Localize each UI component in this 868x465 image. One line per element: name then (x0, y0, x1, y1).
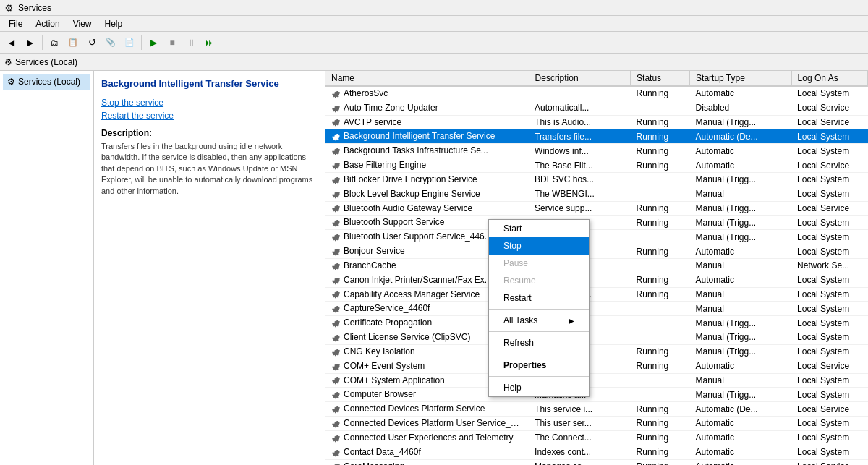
service-logon-cell: Local System (791, 230, 867, 244)
table-row[interactable]: Bluetooth User Support Service_446...The… (326, 230, 868, 244)
menu-action[interactable]: Action (30, 17, 65, 30)
service-status-cell: Running (631, 273, 690, 287)
table-row[interactable]: Bonjour ServiceEnables har...RunningAuto… (326, 244, 868, 259)
context-menu-item-all-tasks[interactable]: All Tasks▶ (489, 312, 589, 329)
service-startup-cell: Manual (Trigg... (690, 115, 792, 129)
context-menu-item-refresh[interactable]: Refresh (489, 334, 589, 351)
service-logon-cell: Local Service (791, 359, 867, 373)
toolbar-tree[interactable]: 📋 (64, 34, 82, 51)
service-startup-cell: Manual (690, 187, 792, 201)
table-row[interactable]: Bluetooth Support ServiceThe Bluetoo...R… (326, 216, 868, 230)
stop-service-link[interactable]: Stop the service (101, 98, 318, 108)
table-row[interactable]: Connected Devices Platform ServiceThis s… (326, 402, 868, 417)
context-menu-item-properties[interactable]: Properties (489, 357, 589, 374)
toolbar-up[interactable]: 🗂 (46, 34, 63, 51)
menu-view[interactable]: View (67, 17, 98, 30)
context-menu-item-start[interactable]: Start (489, 220, 589, 237)
table-row[interactable]: Computer BrowserMaintains a...Manual (Tr… (326, 388, 868, 402)
service-name-cell: CoreMessaging (326, 459, 529, 465)
table-row[interactable]: CoreMessagingManages co...RunningAutomat… (326, 459, 868, 465)
menu-file[interactable]: File (3, 17, 28, 30)
service-name-cell: BitLocker Drive Encryption Service (326, 172, 529, 187)
service-startup-cell: Automatic (690, 273, 792, 287)
description-label: Description: (101, 128, 318, 138)
table-row[interactable]: CaptureService_4460fOneCore Ca...ManualL… (326, 302, 868, 316)
table-row[interactable]: AVCTP serviceThis is Audio...RunningManu… (326, 115, 868, 129)
table-row[interactable]: Connected Devices Platform User Service_… (326, 417, 868, 431)
context-menu-item-pause: Pause (489, 255, 589, 272)
service-status-cell: Running (631, 445, 690, 459)
service-desc-cell: The Base Filt... (529, 158, 631, 173)
context-menu-item-resume: Resume (489, 272, 589, 289)
service-startup-cell: Automatic (690, 158, 792, 173)
table-row[interactable]: Auto Time Zone UpdaterAutomaticall...Dis… (326, 101, 868, 115)
table-row[interactable]: Connected User Experiences and Telemetry… (326, 430, 868, 445)
toolbar-help[interactable]: 📄 (121, 34, 138, 51)
service-logon-cell: Local Service (791, 158, 867, 173)
table-row[interactable]: Base Filtering EngineThe Base Filt...Run… (326, 158, 868, 173)
service-logon-cell: Local Service (791, 101, 867, 115)
toolbar-restart[interactable]: ⏭ (201, 34, 218, 51)
col-header-startup[interactable]: Startup Type (690, 71, 792, 86)
table-row[interactable]: BitLocker Drive Encryption ServiceBDESVC… (326, 172, 868, 187)
left-panel-services-local[interactable]: ⚙ Services (Local) (3, 74, 90, 90)
context-menu-separator (489, 309, 589, 310)
table-row[interactable]: COM+ System ApplicationManages th...Manu… (326, 373, 868, 388)
col-header-name[interactable]: Name (326, 71, 529, 86)
toolbar-back[interactable]: ◄ (3, 34, 20, 51)
table-row[interactable]: Background Intelligent Transfer ServiceT… (326, 129, 868, 144)
table-row[interactable]: COM+ Event SystemSupports Sy...RunningAu… (326, 359, 868, 373)
table-row[interactable]: Certificate PropagationCopies user ...Ma… (326, 316, 868, 330)
address-bar-text: Services (Local) (15, 57, 77, 67)
context-menu-item-label: Properties (503, 360, 546, 370)
service-desc-cell: Manages co... (529, 459, 631, 465)
context-menu-item-help[interactable]: Help (489, 379, 589, 396)
context-menu-item-label: Help (503, 383, 522, 393)
service-desc-cell: BDESVC hos... (529, 172, 631, 187)
service-startup-cell: Manual (690, 258, 792, 273)
table-row[interactable]: Canon Inkjet Printer/Scanner/Fax Ex...Co… (326, 273, 868, 287)
service-startup-cell: Automatic (690, 445, 792, 459)
service-status-cell: Running (631, 115, 690, 129)
toolbar-refresh[interactable]: ↺ (83, 34, 101, 51)
context-menu-item-restart[interactable]: Restart (489, 289, 589, 307)
col-header-status[interactable]: Status (631, 71, 690, 86)
toolbar-pause[interactable]: ⏸ (182, 34, 200, 51)
toolbar-forward[interactable]: ► (22, 34, 39, 51)
detail-panel: Background Intelligent Transfer Service … (94, 71, 326, 465)
toolbar-stop[interactable]: ■ (163, 34, 181, 51)
table-row[interactable]: CNG Key IsolationThe CNG ke...RunningMan… (326, 344, 868, 359)
table-row[interactable]: Block Level Backup Engine ServiceThe WBE… (326, 187, 868, 201)
table-row[interactable]: Client License Service (ClipSVC)Provides… (326, 330, 868, 345)
service-startup-cell: Automatic (De... (690, 129, 792, 144)
detail-title: Background Intelligent Transfer Service (101, 78, 318, 89)
service-desc-cell: This service i... (529, 402, 631, 417)
services-panel[interactable]: Name Description Status Startup Type Log… (326, 71, 868, 465)
service-name-cell: Background Tasks Infrastructure Se... (326, 144, 529, 158)
services-local-label: Services (Local) (18, 77, 80, 87)
service-startup-cell: Manual (690, 373, 792, 388)
title-bar: ⚙ Services (0, 0, 868, 16)
service-name-cell: Base Filtering Engine (326, 158, 529, 173)
restart-service-link[interactable]: Restart the service (101, 111, 318, 121)
col-header-logon[interactable]: Log On As (791, 71, 867, 86)
table-row[interactable]: Capability Access Manager ServiceProvide… (326, 287, 868, 302)
col-header-description[interactable]: Description (529, 71, 631, 86)
table-row[interactable]: Background Tasks Infrastructure Se...Win… (326, 144, 868, 158)
service-desc-cell: Service supp... (529, 201, 631, 216)
description-text: Transfers files in the background using … (101, 141, 318, 197)
service-status-cell: Running (631, 158, 690, 173)
service-startup-cell: Automatic (690, 244, 792, 259)
toolbar-start[interactable]: ▶ (145, 34, 162, 51)
menu-help[interactable]: Help (99, 17, 129, 30)
service-startup-cell: Manual (Trigg... (690, 316, 792, 330)
context-menu-item-label: Refresh (503, 338, 534, 348)
table-row[interactable]: Bluetooth Audio Gateway ServiceService s… (326, 201, 868, 216)
table-row[interactable]: BranchCacheThis service ...ManualNetwork… (326, 258, 868, 273)
service-status-cell: Running (631, 417, 690, 431)
toolbar-export[interactable]: 📎 (102, 34, 119, 51)
context-menu-item-stop[interactable]: Stop (489, 237, 589, 255)
service-status-cell (631, 373, 690, 388)
table-row[interactable]: AtherosSvcRunningAutomaticLocal System (326, 86, 868, 101)
table-row[interactable]: Contact Data_4460fIndexes cont...Running… (326, 445, 868, 459)
